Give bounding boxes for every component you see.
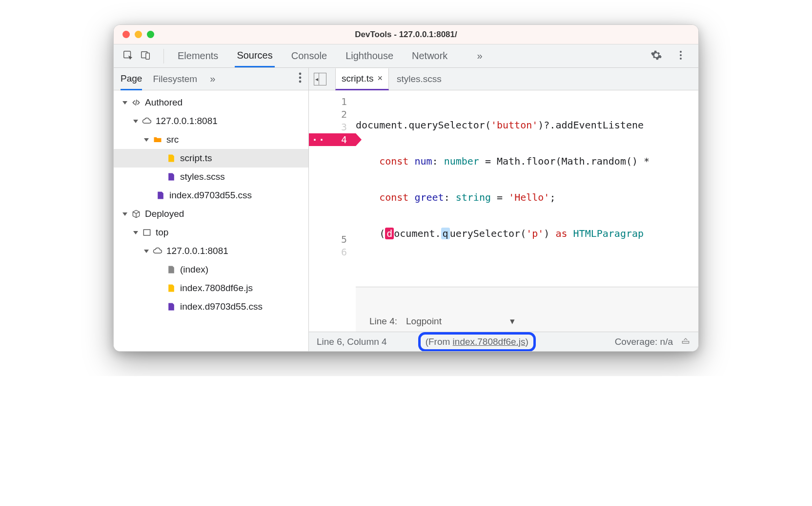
code-lines[interactable]: document.querySelector('button')?.addEve…: [356, 90, 698, 332]
maximize-window-button[interactable]: [147, 31, 154, 38]
code-icon: [131, 98, 141, 107]
svg-point-8: [299, 80, 302, 83]
status-bar: Line 6, Column 4 (From index.7808df6e.js…: [309, 332, 698, 351]
cloud-icon: [153, 246, 162, 256]
tree-file-index[interactable]: (index): [114, 260, 308, 279]
tab-console[interactable]: Console: [289, 45, 329, 66]
logpoint-line-label: Line 4:: [369, 316, 397, 327]
tree-file-styles-scss[interactable]: styles.scss: [114, 168, 308, 186]
tree-label: (index): [180, 264, 208, 275]
tabs-overflow-icon[interactable]: »: [477, 50, 482, 62]
tree-label: top: [156, 227, 168, 238]
traffic-lights: [114, 31, 154, 38]
tree-deployed[interactable]: Deployed: [114, 205, 308, 223]
logpoint-marker[interactable]: 4: [309, 133, 356, 146]
svg-point-5: [680, 58, 682, 60]
sidebar-tab-filesystem[interactable]: Filesystem: [153, 69, 197, 89]
file-tab-bar: ◂ script.ts × styles.scss: [309, 68, 698, 90]
tab-network[interactable]: Network: [410, 45, 449, 66]
tree-label: script.ts: [180, 153, 212, 164]
dropdown-value: Logpoint: [406, 316, 442, 327]
sidebar-tab-page[interactable]: Page: [121, 68, 142, 90]
breakpoint-type-dropdown[interactable]: Logpoint ▾: [406, 316, 515, 327]
svg-point-7: [299, 76, 302, 79]
cursor-position: Line 6, Column 4: [317, 337, 387, 347]
tree-folder-src[interactable]: src: [114, 130, 308, 149]
line-gutter[interactable]: 1 2 3 4 5 6: [309, 90, 356, 332]
tree-host-deployed[interactable]: 127.0.0.1:8081: [114, 242, 308, 260]
cube-icon: [131, 209, 141, 219]
code-editor[interactable]: 1 2 3 4 5 6 document.querySelector('butt…: [309, 90, 698, 332]
close-tab-icon[interactable]: ×: [377, 73, 383, 84]
editor-panel: ◂ script.ts × styles.scss 1 2 3 4 5: [309, 68, 698, 351]
tree-label: 127.0.0.1:8081: [156, 116, 218, 126]
tree-label: index.7808df6e.js: [180, 283, 253, 294]
tree-file-index-css-2[interactable]: index.d9703d55.css: [114, 297, 308, 316]
devtools-window: DevTools - 127.0.0.1:8081/ Elements Sour…: [113, 24, 699, 352]
css-file-icon: [166, 172, 176, 182]
main-toolbar: Elements Sources Console Lighthouse Netw…: [114, 44, 698, 68]
window-title: DevTools - 127.0.0.1:8081/: [114, 30, 698, 40]
source-map-file-link[interactable]: index.7808df6e.js: [453, 337, 526, 347]
tree-file-script-ts[interactable]: script.ts: [114, 149, 308, 168]
coverage-status: Coverage: n/a: [615, 337, 673, 347]
tree-label: 127.0.0.1:8081: [166, 246, 228, 256]
tree-label: index.d9703d55.css: [180, 301, 263, 312]
show-drawer-icon[interactable]: [681, 336, 690, 348]
breakpoint-token-icon: d: [385, 228, 394, 239]
close-window-button[interactable]: [122, 31, 130, 38]
tree-host-authored[interactable]: 127.0.0.1:8081: [114, 112, 308, 130]
cloud-icon: [142, 116, 152, 126]
file-icon: [166, 265, 176, 274]
frame-icon: [142, 228, 152, 237]
file-tab-label: styles.scss: [397, 74, 442, 84]
chevron-down-icon: ▾: [510, 316, 515, 327]
inspect-element-icon[interactable]: [122, 50, 133, 63]
svg-rect-9: [143, 230, 150, 235]
tab-lighthouse[interactable]: Lighthouse: [344, 45, 395, 66]
chevron-down-icon: [144, 138, 149, 142]
chevron-down-icon: [144, 250, 149, 253]
divider: [163, 49, 164, 63]
tree-label: Deployed: [145, 209, 184, 219]
chevron-down-icon: [133, 120, 138, 123]
sidebar-kebab-icon[interactable]: [299, 72, 302, 86]
device-toolbar-icon[interactable]: [140, 50, 151, 63]
sidebar-tabs-overflow-icon[interactable]: »: [210, 73, 215, 84]
line-number[interactable]: 2: [309, 108, 347, 121]
file-tab-script-ts[interactable]: script.ts ×: [335, 68, 389, 90]
file-tab-label: script.ts: [342, 73, 373, 84]
minimize-window-button[interactable]: [135, 31, 142, 38]
svg-point-4: [680, 54, 682, 56]
line-number[interactable]: 1: [309, 95, 347, 108]
svg-point-6: [299, 72, 302, 75]
source-map-origin[interactable]: (From index.7808df6e.js): [418, 332, 536, 352]
tree-label: index.d9703d55.css: [169, 190, 252, 201]
svg-rect-2: [146, 53, 149, 59]
js-file-icon: [166, 153, 176, 163]
file-tree: Authored 127.0.0.1:8081 src: [114, 90, 308, 351]
tree-file-index-css-1[interactable]: index.d9703d55.css: [114, 186, 308, 205]
tree-label: Authored: [145, 97, 183, 108]
file-tab-styles-scss[interactable]: styles.scss: [391, 68, 447, 90]
line-number[interactable]: 5: [309, 233, 347, 246]
tree-label: styles.scss: [180, 171, 225, 182]
tab-elements[interactable]: Elements: [176, 45, 220, 66]
tree-authored[interactable]: Authored: [114, 93, 308, 112]
titlebar: DevTools - 127.0.0.1:8081/: [114, 25, 698, 44]
token-highlight-icon: q: [441, 228, 450, 239]
line-number[interactable]: 3: [309, 121, 347, 133]
svg-rect-11: [682, 341, 689, 343]
tree-file-index-js[interactable]: index.7808df6e.js: [114, 279, 308, 297]
tree-top[interactable]: top: [114, 223, 308, 242]
js-file-icon: [166, 283, 176, 293]
navigator-sidebar: Page Filesystem » Authored: [114, 68, 309, 351]
settings-gear-icon[interactable]: [650, 49, 662, 63]
svg-point-3: [680, 51, 682, 53]
toggle-navigator-icon[interactable]: ◂: [314, 73, 326, 85]
chevron-down-icon: [122, 212, 127, 216]
line-number[interactable]: 6: [309, 246, 347, 258]
tab-sources[interactable]: Sources: [235, 45, 274, 67]
kebab-menu-icon[interactable]: [675, 49, 687, 63]
css-file-icon: [166, 302, 176, 312]
